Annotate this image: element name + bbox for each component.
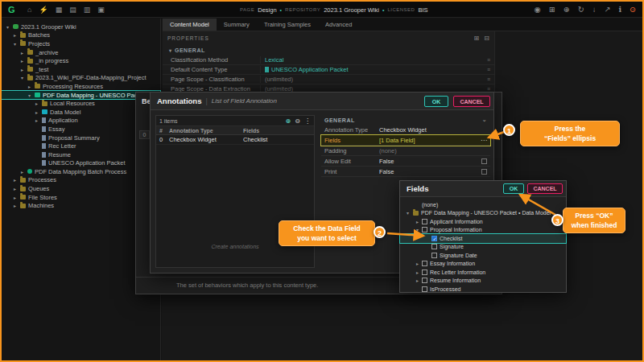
property-value[interactable]: (unlimited) bbox=[261, 76, 487, 83]
chart-icon[interactable]: ▥ bbox=[84, 2, 91, 18]
column-annotation-type[interactable]: Annotation Type bbox=[169, 128, 243, 134]
expand-arrow-icon[interactable] bbox=[28, 93, 34, 98]
field-checkbox[interactable] bbox=[431, 244, 437, 249]
expand-arrow-icon[interactable] bbox=[35, 117, 41, 123]
tree-item[interactable]: Processing Resources bbox=[2, 82, 160, 91]
tab[interactable]: Summary bbox=[217, 19, 257, 31]
annotation-property-value[interactable]: [1 Data Field] bbox=[379, 137, 481, 144]
apps-icon[interactable]: ⊞ bbox=[549, 2, 555, 18]
power-icon[interactable]: ⊙ bbox=[630, 2, 636, 18]
annotation-property-row[interactable]: Allow Edit False bbox=[321, 156, 490, 167]
annotation-property-value[interactable]: (none) bbox=[379, 147, 490, 154]
expand-arrow-icon[interactable] bbox=[14, 177, 19, 183]
chevron-down-icon[interactable]: ⌄ bbox=[482, 117, 487, 123]
tree-item[interactable]: _archive bbox=[2, 48, 160, 57]
tree-item[interactable]: _in progress bbox=[2, 56, 160, 65]
checkbox-icon[interactable] bbox=[481, 169, 487, 175]
delete-annotation-icon[interactable]: ⊖ bbox=[295, 117, 300, 125]
general-section-header[interactable]: GENERAL bbox=[163, 45, 494, 56]
checkbox-icon[interactable] bbox=[481, 158, 487, 164]
field-checkbox[interactable] bbox=[422, 286, 427, 292]
row-menu-icon[interactable]: ≡ bbox=[487, 57, 494, 63]
annotation-property-row[interactable]: Print False bbox=[321, 167, 490, 177]
search-icon[interactable]: ⊕ bbox=[564, 2, 570, 18]
expand-arrow-icon[interactable] bbox=[14, 195, 19, 200]
expand-arrow-icon[interactable] bbox=[416, 278, 422, 283]
share-icon[interactable]: ↗ bbox=[604, 2, 610, 18]
org-icon[interactable]: ▤ bbox=[69, 2, 76, 18]
field-checkbox[interactable] bbox=[422, 227, 427, 232]
field-tree-item[interactable]: Resume Information bbox=[400, 277, 566, 286]
expand-arrow-icon[interactable] bbox=[14, 41, 19, 47]
row-menu-icon[interactable]: ≡ bbox=[487, 86, 494, 92]
property-row[interactable]: Page Scope - Classification (unlimited) … bbox=[163, 75, 494, 84]
field-tree-item[interactable]: Signature bbox=[400, 243, 566, 252]
fields-ok-button[interactable]: OK bbox=[503, 183, 524, 194]
tab[interactable]: Content Model bbox=[163, 19, 217, 31]
property-value[interactable]: Lexical bbox=[261, 56, 487, 64]
expand-arrow-icon[interactable] bbox=[14, 32, 19, 38]
annotation-property-value[interactable]: False bbox=[379, 158, 481, 165]
fields-cancel-button[interactable]: CANCEL bbox=[527, 183, 563, 194]
property-value[interactable]: UNESCO Application Packet bbox=[261, 66, 487, 73]
field-checkbox[interactable] bbox=[422, 219, 427, 224]
field-checkbox[interactable] bbox=[422, 278, 427, 283]
expand-arrow-icon[interactable] bbox=[14, 186, 19, 191]
expand-arrow-icon[interactable] bbox=[21, 169, 27, 175]
column-fields[interactable]: Fields bbox=[243, 128, 314, 134]
user-icon[interactable]: ◉ bbox=[535, 2, 541, 18]
field-tree-item[interactable]: Essay Information bbox=[400, 260, 566, 269]
info-icon[interactable]: ℹ bbox=[618, 2, 621, 18]
page-value[interactable]: Design bbox=[258, 6, 276, 14]
field-tree-item[interactable]: (none) bbox=[400, 200, 566, 209]
annotation-property-row[interactable]: Padding (none) bbox=[321, 146, 490, 156]
expand-arrow-icon[interactable] bbox=[21, 67, 27, 72]
property-row[interactable]: Classification Method Lexical ≡ bbox=[163, 56, 494, 65]
expand-arrow-icon[interactable] bbox=[21, 50, 27, 56]
annotation-property-row[interactable]: Fields [1 Data Field] bbox=[321, 135, 490, 146]
tree-item[interactable]: Projects bbox=[2, 39, 160, 48]
field-checkbox[interactable] bbox=[431, 236, 437, 241]
tree-item[interactable]: Batches bbox=[2, 31, 160, 40]
field-checkbox[interactable] bbox=[431, 253, 437, 258]
field-tree-item[interactable]: Rec Letter Information bbox=[400, 268, 566, 277]
expand-arrow-icon[interactable] bbox=[416, 269, 422, 275]
field-tree-item[interactable]: IsProcessed bbox=[400, 285, 566, 294]
expand-arrow-icon[interactable] bbox=[407, 210, 412, 216]
tab[interactable]: Training Samples bbox=[257, 19, 318, 31]
tree-item[interactable]: 2023.1 Grooper Wiki bbox=[2, 23, 160, 31]
more-options-icon[interactable]: ⋮ bbox=[304, 117, 311, 125]
flame-icon[interactable]: ⚡ bbox=[39, 2, 47, 18]
annotation-property-value[interactable]: False bbox=[379, 168, 481, 175]
expand-all-icon[interactable]: ⊞ bbox=[474, 31, 480, 47]
expand-arrow-icon[interactable] bbox=[21, 58, 27, 64]
monitor-icon[interactable]: ▣ bbox=[97, 2, 105, 18]
field-tree-item[interactable]: Signature Date bbox=[400, 251, 566, 260]
annotation-row[interactable]: 0 Checkbox Widget Checklist bbox=[156, 135, 314, 145]
expand-arrow-icon[interactable] bbox=[35, 101, 41, 106]
tab[interactable]: Advanced bbox=[318, 19, 359, 31]
home-icon[interactable]: ⌂ bbox=[27, 2, 31, 18]
row-menu-icon[interactable]: ≡ bbox=[487, 76, 494, 82]
section-arrow-icon[interactable] bbox=[169, 47, 175, 53]
row-menu-icon[interactable]: ≡ bbox=[487, 67, 494, 72]
collapse-all-icon[interactable]: ⊟ bbox=[484, 31, 489, 47]
expand-arrow-icon[interactable] bbox=[35, 109, 41, 115]
refresh-icon[interactable]: ↻ bbox=[578, 2, 584, 18]
field-checkbox[interactable] bbox=[422, 269, 427, 275]
expand-arrow-icon[interactable] bbox=[416, 261, 422, 266]
field-tree-item[interactable]: Checklist bbox=[400, 234, 566, 243]
tree-item[interactable]: 2023.1_Wiki_PDF-Data-Mapping_Project bbox=[2, 74, 160, 83]
expand-arrow-icon[interactable] bbox=[416, 219, 422, 224]
expand-arrow-icon[interactable] bbox=[21, 75, 27, 80]
grooper-logo-icon[interactable]: G bbox=[8, 4, 15, 15]
expand-arrow-icon[interactable] bbox=[28, 84, 34, 89]
add-annotation-icon[interactable]: ⊕ bbox=[286, 117, 291, 125]
annotation-property-value[interactable]: Checkbox Widget bbox=[379, 126, 490, 134]
field-tree-item[interactable]: Proposal Information bbox=[400, 226, 566, 235]
annotations-cancel-button[interactable]: CANCEL bbox=[453, 96, 490, 107]
repository-value[interactable]: 2023.1 Grooper Wiki bbox=[324, 6, 379, 14]
expand-arrow-icon[interactable] bbox=[14, 203, 19, 208]
field-tree-item[interactable]: Applicant Information bbox=[400, 217, 566, 226]
annotations-titlebar[interactable]: Annotations | List of Field Annotation O… bbox=[151, 93, 493, 110]
